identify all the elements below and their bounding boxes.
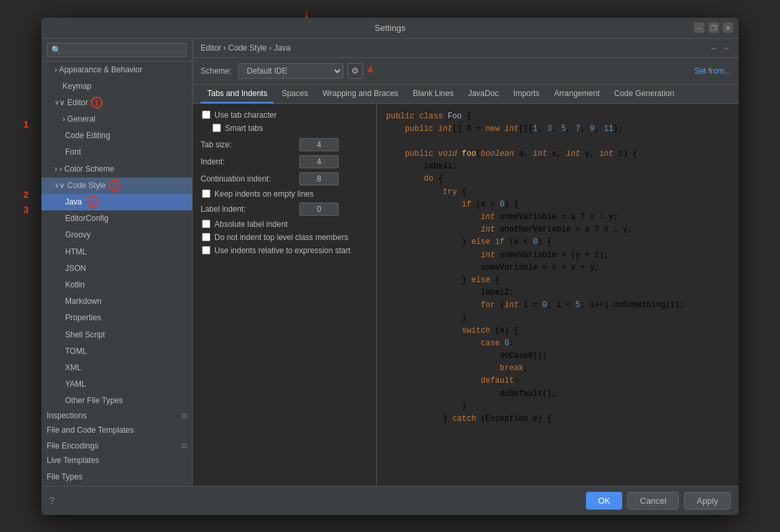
file-encodings-icon: ⊡ <box>182 442 187 449</box>
label-indent-input[interactable] <box>299 203 339 216</box>
sidebar-item-kotlin[interactable]: Kotlin <box>41 277 192 293</box>
annotation-4-label: 4 <box>367 65 373 76</box>
tab-code-generation[interactable]: Code Generation <box>608 85 681 103</box>
annotation-circle-1: 1 <box>91 97 103 109</box>
sidebar-item-file-types[interactable]: File Types <box>41 469 192 485</box>
help-button[interactable]: ? <box>49 495 55 506</box>
tab-arrangement[interactable]: Arrangement <box>547 85 606 103</box>
nav-forward-button[interactable]: → <box>721 43 731 53</box>
keep-indents-row: Keep indents on empty lines <box>201 189 368 199</box>
sidebar-item-code-style[interactable]: ∨ Code Style 2 <box>41 178 192 194</box>
dialog-content: Appearance & Behavior Keymap ∨ Editor 1 … <box>41 39 739 486</box>
tab-blank-lines[interactable]: Blank Lines <box>406 85 460 103</box>
use-tab-char-label: Use tab character <box>214 110 277 120</box>
continuation-indent-input[interactable] <box>299 172 339 185</box>
tab-spaces[interactable]: Spaces <box>275 85 314 103</box>
close-button[interactable]: ✕ <box>723 22 733 33</box>
label-indent-label: Label indent: <box>201 205 299 214</box>
breadcrumb-java[interactable]: Java <box>274 43 290 53</box>
breadcrumb-editor[interactable]: Editor <box>201 43 221 53</box>
scheme-label: Scheme: <box>201 66 232 76</box>
dialog-footer: ? OK Cancel Apply <box>41 486 739 515</box>
smart-tabs-checkbox[interactable] <box>212 124 221 132</box>
sidebar-item-properties[interactable]: Properties <box>41 310 192 326</box>
sidebar-item-file-code-templates[interactable]: File and Code Templates <box>41 422 192 439</box>
apply-button[interactable]: Apply <box>684 492 731 510</box>
sidebar-item-editor[interactable]: ∨ Editor 1 <box>41 95 192 111</box>
annotation-circle-2: 2 <box>109 180 120 191</box>
code-line: do { <box>386 173 729 185</box>
sidebar-item-keymap[interactable]: Keymap <box>41 78 192 95</box>
scheme-select[interactable]: Default IDE <box>238 63 343 79</box>
sidebar-item-toml[interactable]: TOML <box>41 343 192 360</box>
sidebar-item-color-scheme[interactable]: › Color Scheme <box>41 161 192 178</box>
cancel-button[interactable]: Cancel <box>627 492 679 510</box>
scheme-settings-button[interactable]: ⚙ <box>347 63 363 79</box>
dialog-title: Settings <box>375 23 406 33</box>
breadcrumb: Editor › Code Style › Java <box>201 43 291 53</box>
absolute-label-indent-label: Absolute label indent <box>214 220 287 229</box>
sidebar-item-appearance[interactable]: Appearance & Behavior <box>41 62 192 78</box>
window-controls: – ❐ ✕ <box>694 22 733 33</box>
no-indent-top-level-checkbox[interactable] <box>202 233 210 241</box>
tab-wrapping-and-braces[interactable]: Wrapping and Braces <box>316 85 404 103</box>
sidebar-item-xml[interactable]: XML <box>41 360 192 376</box>
sidebar-search-area <box>41 39 192 62</box>
use-tab-char-checkbox[interactable] <box>202 110 210 119</box>
restore-button[interactable]: ❐ <box>708 22 719 33</box>
set-from-link[interactable]: Set from... <box>695 66 731 76</box>
sidebar-item-other-file-types[interactable]: Other File Types <box>41 393 192 409</box>
sidebar-item-groovy[interactable]: Groovy <box>41 227 192 243</box>
settings-form-panel: Use tab character Smart tabs Tab size: I… <box>193 104 377 486</box>
code-line: case 0: <box>386 337 729 350</box>
inspections-row: Inspections ⊡ <box>41 409 192 422</box>
sidebar-item-json[interactable]: JSON <box>41 260 192 277</box>
absolute-label-indent-checkbox[interactable] <box>202 220 210 228</box>
main-header: Editor › Code Style › Java ← → <box>193 39 739 58</box>
nav-back-button[interactable]: ← <box>710 43 719 53</box>
code-line: break; <box>386 362 729 375</box>
code-line: for (int i = 0; i < 5; i++) doSomething(… <box>386 299 729 312</box>
ok-button[interactable]: OK <box>586 492 622 510</box>
indent-label: Indent: <box>201 157 299 166</box>
use-relative-indent-row: Use indents relative to expression start <box>201 246 368 255</box>
smart-tabs-label: Smart tabs <box>225 124 263 133</box>
sidebar-item-code-editing[interactable]: Code Editing <box>41 128 192 144</box>
code-line: if (x > 0) { <box>386 199 729 211</box>
file-encodings-row: File Encodings ⊡ <box>41 439 192 452</box>
sidebar-item-java[interactable]: Java 3 <box>41 194 192 210</box>
use-relative-indent-checkbox[interactable] <box>202 246 210 254</box>
sidebar-item-general[interactable]: General <box>41 111 192 128</box>
indent-row: Indent: <box>201 155 368 168</box>
code-line: switch (a) { <box>386 325 729 337</box>
code-line: someVariable = x = x + y; <box>386 262 729 274</box>
sidebar-item-font[interactable]: Font <box>41 144 192 160</box>
scheme-row: Scheme: Default IDE ⚙ 4 Set from... <box>193 58 739 85</box>
code-line: label2: <box>386 287 729 299</box>
sidebar-item-file-encodings[interactable]: File Encodings <box>47 441 99 450</box>
sidebar-item-yaml[interactable]: YAML <box>41 376 192 393</box>
split-view: Use tab character Smart tabs Tab size: I… <box>193 104 739 486</box>
tab-javadoc[interactable]: JavaDoc <box>462 85 506 103</box>
minimize-button[interactable]: – <box>694 22 704 33</box>
tab-imports[interactable]: Imports <box>506 85 546 103</box>
footer-buttons: OK Cancel Apply <box>586 492 731 510</box>
keep-indents-checkbox[interactable] <box>202 189 210 198</box>
code-line: doCase0(); <box>386 350 729 362</box>
sidebar-item-html[interactable]: HTML <box>41 244 192 260</box>
tab-tabs-and-indents[interactable]: Tabs and Indents <box>201 85 274 103</box>
sidebar-item-editorconfig[interactable]: EditorConfig <box>41 210 192 227</box>
code-line: } <box>386 312 729 325</box>
search-input[interactable] <box>47 43 187 57</box>
main-area: Editor › Code Style › Java ← → Scheme: <box>193 39 739 486</box>
breadcrumb-code-style[interactable]: Code Style <box>228 43 267 53</box>
sidebar-item-inspections[interactable]: Inspections <box>47 411 87 420</box>
sidebar-item-shell-script[interactable]: Shell Script <box>41 327 192 343</box>
settings-dialog: Settings – ❐ ✕ Appearance & Behavior Key… <box>41 18 739 515</box>
tab-size-input[interactable] <box>299 138 339 151</box>
sidebar-item-live-templates[interactable]: Live Templates <box>41 452 192 469</box>
sidebar-item-markdown[interactable]: Markdown <box>41 293 192 310</box>
indent-input[interactable] <box>299 155 339 168</box>
code-line: int anotherVariable = a ? x : y; <box>386 224 729 236</box>
use-tab-char-row: Use tab character <box>201 110 368 120</box>
